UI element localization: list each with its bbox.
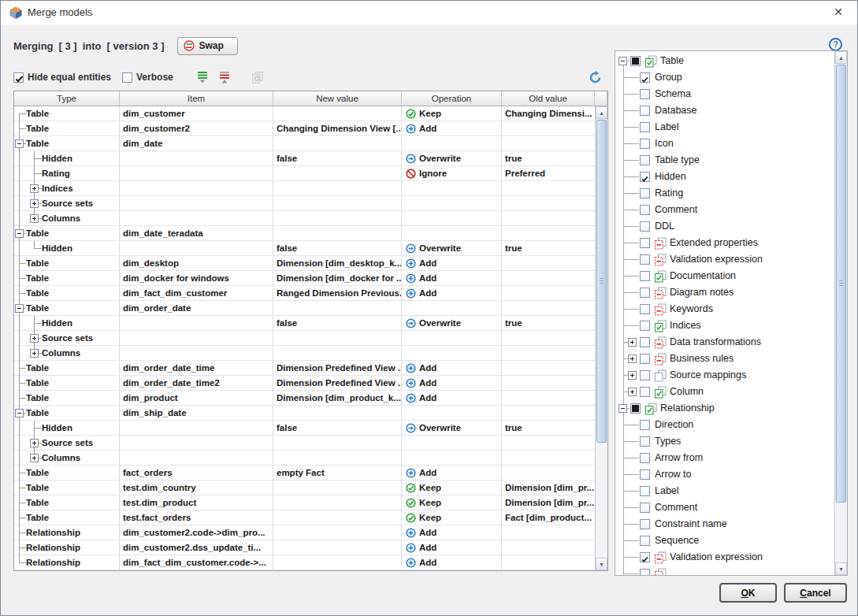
table-row[interactable]: Relationshipdim_fact_dim_customer.code->…	[14, 555, 595, 570]
tree-item[interactable]: Validation expression	[615, 549, 834, 566]
tree-scroll-up-icon[interactable]: ▲	[835, 51, 847, 64]
table-row[interactable]: Tabledim_customerKeepChanging Dimensi...	[14, 106, 595, 121]
tree-item[interactable]: Comment	[615, 499, 834, 516]
table-row[interactable]: Tabletest.dim_countryKeepDimension [dim_…	[14, 481, 595, 495]
tree-checkbox[interactable]	[640, 569, 650, 575]
swap-button[interactable]: Swap	[177, 37, 237, 55]
tree-item[interactable]: DDL	[615, 218, 834, 235]
hide-equal-checkbox[interactable]: Hide equal entities	[13, 72, 111, 83]
tree-checkbox[interactable]	[640, 337, 650, 347]
table-row[interactable]: Relationshipdim_customer2.code->dim_pro.…	[14, 525, 595, 540]
collapse-icon[interactable]	[15, 229, 24, 238]
tree-checkbox[interactable]	[640, 139, 650, 149]
table-row[interactable]: Tabledim_order_date	[14, 301, 595, 316]
verbose-checkbox-box[interactable]	[122, 72, 132, 83]
tree-checkbox[interactable]	[640, 271, 650, 281]
table-row[interactable]: Tabletest.dim_productKeepDimension [dim_…	[14, 495, 595, 510]
tree-checkbox[interactable]	[640, 221, 650, 232]
tree-scroll-thumb[interactable]	[836, 65, 846, 503]
tree-item[interactable]: Table	[615, 53, 834, 69]
tree-item[interactable]: Column	[615, 384, 834, 400]
table-row[interactable]: Tabledim_order_date_timeDimension Predef…	[14, 361, 595, 376]
table-row[interactable]: HiddenfalseOverwritetrue	[14, 421, 595, 436]
tree-checkbox[interactable]	[640, 453, 650, 463]
table-row[interactable]: HiddenfalseOverwritetrue	[14, 241, 595, 256]
tree-checkbox[interactable]	[640, 288, 650, 298]
tree-item[interactable]: Data transformations	[615, 334, 834, 351]
tree-scroll-down-icon[interactable]: ▼	[835, 562, 847, 575]
table-row[interactable]: Source sets	[14, 196, 595, 211]
tree-checkbox[interactable]	[640, 205, 650, 215]
tree-checkbox[interactable]	[640, 519, 650, 529]
verbose-checkbox[interactable]: Verbose	[122, 72, 173, 83]
tree-checkbox[interactable]	[640, 155, 650, 165]
table-row[interactable]: Indices	[14, 181, 595, 196]
tree-item[interactable]: Constraint name	[615, 516, 834, 533]
expand-icon[interactable]	[628, 354, 637, 363]
collapse-icon[interactable]	[15, 304, 24, 313]
help-icon[interactable]: ?	[829, 38, 842, 51]
expand-icon[interactable]	[628, 371, 637, 380]
tree-checkbox[interactable]	[640, 72, 650, 83]
table-row[interactable]: Tabletest.fact_ordersKeepFact [dim_produ…	[14, 510, 595, 525]
tree-checkbox[interactable]	[630, 56, 641, 66]
tree-checkbox[interactable]	[640, 536, 650, 546]
grid-vertical-scrollbar[interactable]: ▲ ▼	[595, 106, 607, 570]
expand-icon[interactable]	[30, 439, 39, 447]
table-row[interactable]: Tabledim_fact_dim_customerRanged Dimensi…	[14, 286, 595, 301]
ok-button[interactable]: OK	[719, 583, 777, 603]
tree-item[interactable]: Arrow to	[615, 466, 834, 483]
tree-item[interactable]: Icon	[615, 135, 834, 152]
tree-item[interactable]: Business rules	[615, 351, 834, 367]
tree-item[interactable]: Schema	[615, 86, 834, 102]
table-row[interactable]: Columns	[14, 211, 595, 226]
tree-item[interactable]: Hidden	[615, 169, 834, 185]
tree-checkbox[interactable]	[640, 469, 650, 480]
tree-item[interactable]: Relationship	[615, 400, 834, 417]
tree-checkbox[interactable]	[630, 403, 641, 414]
tree-checkbox[interactable]	[640, 436, 650, 447]
tree-checkbox[interactable]	[640, 420, 650, 430]
tree-item[interactable]: Label	[615, 483, 834, 499]
tree-checkbox[interactable]	[640, 188, 650, 199]
table-row[interactable]: Tabledim_order_date_time2Dimension Prede…	[14, 376, 595, 391]
cancel-button[interactable]: Cancel	[784, 583, 847, 603]
collapse-icon[interactable]	[618, 404, 627, 413]
tree-item[interactable]: Rating	[615, 185, 834, 202]
table-row[interactable]: Columns	[14, 346, 595, 361]
table-row[interactable]: Columns	[14, 451, 595, 466]
tree-item[interactable]: Comment	[615, 202, 834, 218]
tree-item[interactable]: Validation expression	[615, 251, 834, 268]
table-row[interactable]: Tabledim_productDimension [dim_product_k…	[14, 391, 595, 406]
tree-item[interactable]: Extended properties	[615, 235, 834, 251]
tree-checkbox[interactable]	[640, 354, 650, 364]
table-row[interactable]: HiddenfalseOverwritetrue	[14, 316, 595, 331]
collapse-icon[interactable]	[15, 139, 24, 148]
tree-item[interactable]: Diagram notes	[615, 284, 834, 301]
expand-icon[interactable]	[30, 214, 39, 223]
table-row[interactable]: HiddenfalseOverwritetrue	[14, 151, 595, 166]
table-row[interactable]: Tabledim_date_teradata	[14, 226, 595, 241]
tree-checkbox[interactable]	[640, 238, 650, 248]
tree-item[interactable]: Group	[615, 69, 834, 86]
tree-checkbox[interactable]	[640, 370, 650, 380]
tree-vertical-scrollbar[interactable]: ▲ ▼	[834, 51, 847, 575]
tree-item[interactable]: Table type	[615, 152, 834, 169]
expand-icon[interactable]	[30, 454, 39, 462]
hide-equal-checkbox-box[interactable]	[13, 72, 24, 83]
tree-checkbox[interactable]	[640, 254, 650, 265]
tree-item[interactable]: Arrow from	[615, 450, 834, 466]
tree-checkbox[interactable]	[640, 486, 650, 496]
tree-checkbox[interactable]	[640, 321, 650, 331]
table-row[interactable]: Tabledim_ship_date	[14, 406, 595, 421]
tree-item[interactable]: Sequence	[615, 533, 834, 549]
tree-item[interactable]: Documentation	[615, 268, 834, 284]
expand-icon[interactable]	[30, 334, 39, 343]
expand-icon[interactable]	[628, 388, 637, 396]
tree-checkbox[interactable]	[640, 387, 650, 397]
table-row[interactable]: Source sets	[14, 331, 595, 346]
expand-icon[interactable]	[30, 184, 39, 193]
tree-item[interactable]: Direction	[615, 417, 834, 433]
scroll-down-icon[interactable]: ▼	[596, 558, 607, 570]
expand-all-icon[interactable]	[195, 70, 210, 84]
